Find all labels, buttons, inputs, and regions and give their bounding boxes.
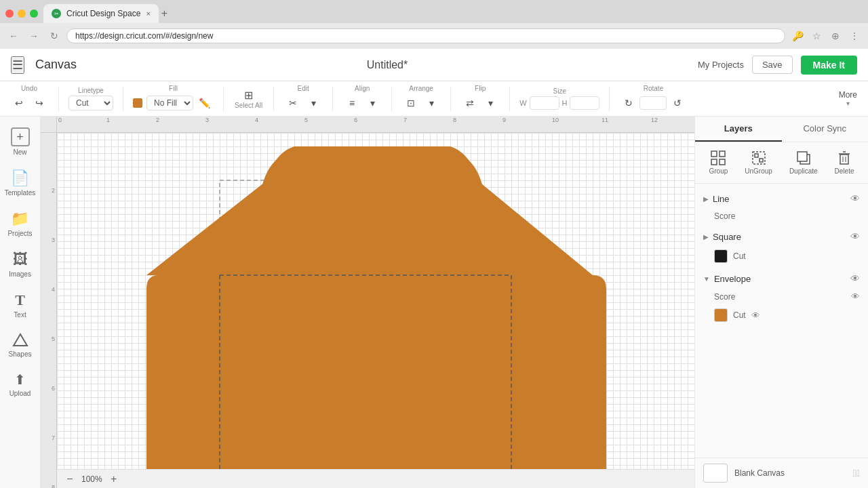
nav-actions: 🔑 ☆ ⊕ ⋮ — [789, 28, 863, 44]
ungroup-icon — [751, 150, 766, 165]
sidebar-item-images[interactable]: 🖼 Images — [2, 245, 39, 283]
more-btn[interactable]: More ▾ — [833, 87, 863, 110]
make-it-btn[interactable]: Make It — [801, 56, 857, 75]
header-right: My Projects Save Make It — [698, 56, 857, 75]
my-projects-btn[interactable]: My Projects — [698, 60, 744, 70]
app-header: ☰ Canvas Untitled* My Projects Save Make… — [0, 49, 868, 81]
left-sidebar: + New 📄 Templates 📁 Projects 🖼 Images T … — [0, 117, 41, 488]
edit-group: Edit ✂ ▾ — [279, 85, 327, 113]
layer-envelope-visibility-icon[interactable]: 👁 — [850, 273, 860, 284]
arrange-btn[interactable]: ⊡ — [401, 94, 420, 113]
rotate-input[interactable] — [639, 96, 667, 110]
sidebar-label-images: Images — [9, 270, 31, 278]
maximize-window-btn[interactable] — [30, 9, 38, 18]
browser-tab[interactable]: Cricut Design Space × — [43, 4, 159, 23]
forward-btn[interactable]: → — [26, 28, 42, 44]
redo-btn[interactable]: ↪ — [30, 94, 49, 113]
layer-envelope-header[interactable]: ▼ Envelope 👁 — [695, 269, 868, 288]
rotate-cw-btn[interactable]: ↻ — [619, 94, 638, 113]
linetype-select[interactable]: Cut Score Draw — [68, 96, 113, 110]
menu-icon[interactable]: ⋮ — [846, 28, 863, 44]
sep7 — [450, 87, 451, 111]
undo-btn[interactable]: ↩ — [9, 94, 28, 113]
layer-square-cut[interactable]: Cut — [695, 246, 868, 266]
back-btn[interactable]: ← — [5, 28, 22, 44]
layer-line-score[interactable]: Score — [695, 208, 868, 224]
layer-line-visibility-icon[interactable]: 👁 — [850, 193, 860, 204]
canvas-grid[interactable] — [57, 133, 694, 469]
blank-canvas-swatch[interactable] — [703, 464, 728, 483]
key-icon[interactable]: 🔑 — [789, 28, 806, 44]
edit-btn[interactable]: ✂ — [283, 94, 302, 113]
new-tab-btn[interactable]: + — [161, 7, 167, 20]
layer-envelope-swatch[interactable] — [714, 308, 728, 322]
canvas-area[interactable]: 0 1 2 3 4 5 6 7 8 9 10 11 12 2 3 — [41, 117, 694, 488]
ungroup-label: UnGroup — [745, 167, 772, 175]
close-window-btn[interactable] — [5, 9, 14, 18]
layer-square-cut-label: Cut — [733, 251, 746, 261]
layer-envelope-score-visibility-icon[interactable]: 👁 — [851, 291, 860, 302]
linetype-controls: Cut Score Draw — [68, 96, 113, 110]
layer-envelope-cut[interactable]: Cut 👁 — [695, 305, 868, 325]
header-center: Untitled* — [87, 59, 687, 71]
duplicate-icon — [796, 150, 811, 165]
envelope-shape[interactable] — [132, 140, 627, 469]
layer-square-header[interactable]: ▶ Square 👁 — [695, 227, 868, 246]
flip-chevron-btn[interactable]: ▾ — [481, 94, 500, 113]
layer-square-name: Square — [713, 232, 846, 242]
sidebar-item-upload[interactable]: ⬆ Upload — [2, 366, 39, 403]
select-all-btn[interactable]: ⊞ Select All — [229, 86, 268, 112]
sep6 — [391, 87, 392, 111]
undo-label: Undo — [21, 85, 37, 92]
extension-icon[interactable]: ⊕ — [827, 28, 844, 44]
edit-chevron-btn[interactable]: ▾ — [304, 94, 323, 113]
svg-rect-15 — [840, 155, 848, 164]
ruler-v: 2 3 4 5 6 7 8 — [41, 133, 57, 488]
select-all-label: Select All — [235, 102, 262, 109]
size-w-input[interactable] — [530, 96, 559, 110]
layer-envelope-cut-visibility-icon[interactable]: 👁 — [751, 310, 760, 321]
align-chevron-btn[interactable]: ▾ — [363, 94, 382, 113]
layer-square-swatch[interactable] — [714, 249, 728, 263]
refresh-btn[interactable]: ↻ — [46, 28, 62, 44]
fill-color-btn[interactable] — [133, 98, 142, 108]
browser-navigation: ← → ↻ https://design.cricut.com/#/design… — [0, 23, 868, 49]
sep8 — [509, 87, 510, 111]
fill-pen-btn[interactable]: ✏️ — [195, 94, 214, 113]
sidebar-item-templates[interactable]: 📄 Templates — [2, 164, 39, 202]
size-h-input[interactable] — [570, 96, 599, 110]
address-bar[interactable]: https://design.cricut.com/#/design/new — [66, 28, 785, 43]
layer-square-visibility-icon[interactable]: 👁 — [850, 231, 860, 242]
ungroup-action[interactable]: UnGroup — [739, 148, 778, 178]
align-btn[interactable]: ≡ — [342, 94, 361, 113]
sidebar-item-new[interactable]: + New — [2, 122, 39, 161]
fill-select[interactable]: No Fill Fill — [146, 96, 193, 110]
sidebar-item-projects[interactable]: 📁 Projects — [2, 205, 39, 243]
svg-rect-12 — [760, 159, 763, 162]
layer-line-header[interactable]: ▶ Line 👁 — [695, 189, 868, 208]
arrange-chevron-btn[interactable]: ▾ — [422, 94, 441, 113]
rotate-ccw-btn[interactable]: ↺ — [668, 94, 687, 113]
rotate-label: Rotate — [644, 85, 663, 92]
zoom-out-btn[interactable]: − — [62, 472, 77, 487]
bookmark-icon[interactable]: ☆ — [808, 28, 825, 44]
menu-btn[interactable]: ☰ — [11, 56, 24, 74]
zoom-in-btn[interactable]: + — [106, 472, 121, 487]
flip-btn[interactable]: ⇄ — [460, 94, 479, 113]
delete-action[interactable]: Delete — [829, 148, 860, 178]
toolbar: Undo ↩ ↪ Linetype Cut Score Draw Fill — [0, 81, 868, 117]
group-action[interactable]: Group — [704, 148, 734, 178]
linetype-label: Linetype — [78, 87, 104, 94]
tab-color-sync[interactable]: Color Sync — [782, 117, 869, 142]
sidebar-item-shapes[interactable]: Shapes — [2, 327, 39, 363]
save-btn[interactable]: Save — [752, 56, 793, 74]
tab-layers[interactable]: Layers — [695, 117, 782, 142]
tab-close-btn[interactable]: × — [146, 9, 150, 18]
minimize-window-btn[interactable] — [18, 9, 26, 18]
duplicate-action[interactable]: Duplicate — [784, 148, 823, 178]
blank-canvas-visibility-icon[interactable]: 👁̶ — [853, 468, 860, 479]
shapes-icon — [12, 332, 28, 348]
sidebar-item-text[interactable]: T Text — [2, 286, 39, 324]
layer-envelope-score[interactable]: Score 👁 — [695, 288, 868, 305]
svg-rect-14 — [797, 152, 807, 161]
